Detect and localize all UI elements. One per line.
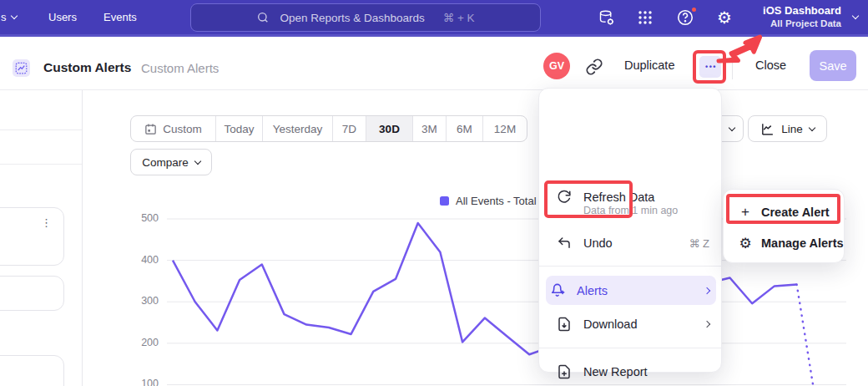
apps-grid-button[interactable] [635, 8, 655, 28]
data-management-button[interactable] [596, 8, 616, 28]
search-input[interactable]: Open Reports & Dashboards ⌘ + K [190, 3, 541, 32]
search-shortcut: ⌘ + K [443, 11, 475, 24]
y-axis-tick: 500 [132, 212, 159, 224]
topbar: s Users Events Open Reports & Dashboards… [0, 0, 868, 37]
menu-item-undo[interactable]: Undo ⌘ Z [539, 228, 723, 258]
duplicate-button[interactable]: Duplicate [624, 58, 674, 72]
nav-item-events-label: Events [103, 11, 137, 23]
gear-icon: ⚙ [717, 8, 732, 28]
duplicate-label: Duplicate [624, 58, 674, 72]
close-button[interactable]: Close [755, 58, 786, 72]
new-report-icon [556, 363, 573, 380]
copy-link-button[interactable] [585, 58, 603, 76]
nav-item-users-label: Users [48, 11, 77, 23]
submenu-item-create-alert[interactable]: + Create Alert [724, 197, 845, 227]
notification-dot [690, 6, 698, 13]
chart-type-button[interactable]: Line [748, 115, 827, 142]
nav-item-clipped-label: s [1, 11, 7, 23]
download-icon [556, 316, 573, 333]
more-horizontal-icon: ••• [705, 63, 717, 71]
range-12m-label: 12M [494, 123, 516, 135]
range-7d-label: 7D [342, 123, 356, 135]
submenu-item-manage-alerts[interactable]: ⚙ Manage Alerts [724, 228, 845, 258]
app-window: 500400300200100 All Events - Total s Use… [0, 0, 868, 386]
insights-chart-icon [15, 62, 28, 74]
chevron-down-icon [10, 13, 17, 19]
alerts-submenu: + Create Alert ⚙ Manage Alerts [723, 189, 845, 263]
nav-item-clipped[interactable]: s [1, 0, 17, 34]
report-options-menu: Refresh Data Data from 1 min ago Undo ⌘ … [538, 88, 722, 373]
compare-label: Compare [142, 156, 189, 169]
nav-item-users[interactable]: Users [48, 0, 77, 34]
chevron-down-icon [728, 124, 734, 130]
range-yesterday[interactable]: Yesterday [262, 116, 332, 141]
submenu-item-label: Manage Alerts [761, 236, 844, 250]
search-placeholder: Open Reports & Dashboards [280, 12, 424, 24]
avatar-initials: GV [549, 60, 564, 72]
range-yesterday-label: Yesterday [273, 123, 323, 135]
project-switcher[interactable]: iOS Dashboard All Project Data [763, 4, 841, 30]
project-name: iOS Dashboard [763, 4, 841, 18]
save-label: Save [819, 59, 846, 73]
more-options-button[interactable]: ••• [699, 56, 721, 78]
page-title: Custom Alerts [43, 60, 131, 75]
menu-item-sublabel: Data from 1 min ago [583, 205, 678, 216]
menu-item-label: Undo [583, 236, 613, 250]
date-range-selector: Custom Today Yesterday 7D 30D 3M 6M 12M [130, 115, 527, 142]
link-icon [585, 58, 603, 76]
plus-icon: + [738, 205, 753, 220]
range-30d[interactable]: 30D [366, 116, 412, 141]
chevron-down-icon [194, 157, 201, 164]
menu-item-label: Refresh Data [583, 190, 654, 204]
legend-swatch-icon [440, 196, 449, 206]
database-gear-icon [598, 9, 615, 27]
gear-icon: ⚙ [738, 236, 753, 251]
range-6m[interactable]: 6M [446, 116, 482, 141]
help-button[interactable] [675, 8, 695, 28]
range-3m-label: 3M [421, 123, 437, 135]
refresh-icon [556, 189, 573, 206]
menu-item-download[interactable]: Download [539, 309, 723, 339]
legend-chip[interactable]: All Events - Total [440, 195, 537, 207]
menu-item-new-report[interactable]: New Report [539, 357, 723, 386]
range-30d-label: 30D [379, 123, 400, 135]
settings-button[interactable]: ⚙ [714, 8, 734, 28]
bell-plus-icon [549, 282, 566, 299]
range-7d[interactable]: 7D [332, 116, 366, 141]
sidebar-separator [0, 130, 82, 130]
line-chart-icon [760, 122, 775, 136]
range-12m[interactable]: 12M [482, 116, 527, 141]
header-divider [732, 53, 733, 79]
y-axis-tick: 100 [132, 378, 159, 386]
calendar-icon [144, 123, 157, 135]
menu-item-label: Download [583, 317, 638, 331]
compare-button[interactable]: Compare [130, 149, 212, 175]
y-axis-tick: 400 [132, 254, 159, 266]
avatar[interactable]: GV [543, 53, 570, 79]
save-button[interactable]: Save [810, 50, 856, 81]
chevron-right-icon [704, 321, 710, 328]
close-label: Close [755, 58, 786, 72]
search-icon [256, 11, 270, 24]
menu-item-label: Alerts [577, 284, 608, 297]
nav-item-events[interactable]: Events [103, 0, 137, 34]
range-custom[interactable]: Custom [131, 116, 215, 141]
menu-item-alerts[interactable]: Alerts [539, 276, 723, 305]
menu-item-shortcut: ⌘ Z [689, 237, 709, 250]
chevron-down-icon [809, 124, 815, 130]
menu-divider [539, 348, 723, 348]
legend-label: All Events - Total [456, 195, 537, 207]
menu-divider [539, 266, 723, 267]
project-chevron-down-icon [852, 13, 859, 19]
report-icon-tile [13, 59, 30, 77]
range-today[interactable]: Today [215, 116, 262, 141]
submenu-item-label: Create Alert [761, 206, 830, 219]
breadcrumb: Custom Alerts [141, 61, 219, 75]
undo-icon [556, 235, 573, 251]
chart-type-label: Line [781, 123, 803, 135]
range-3m[interactable]: 3M [412, 116, 446, 141]
y-axis-tick: 200 [132, 337, 159, 348]
range-6m-label: 6M [457, 123, 472, 135]
project-scope: All Project Data [763, 18, 841, 29]
grid-icon [637, 9, 654, 26]
